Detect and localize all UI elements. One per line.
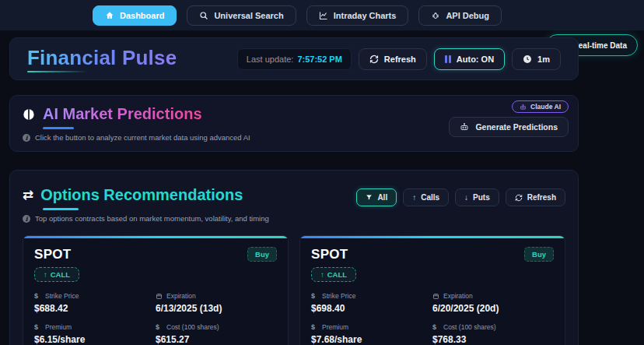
field-label: Premium bbox=[45, 323, 72, 331]
dollar-icon: $ bbox=[311, 324, 318, 331]
generate-predictions-label: Generate Predictions bbox=[475, 122, 558, 132]
refresh-button[interactable]: Refresh bbox=[359, 48, 427, 70]
info-icon: i bbox=[23, 215, 30, 223]
arrow-up-icon: ↑ bbox=[412, 194, 416, 202]
ai-subtitle-text: Click the button to analyze current mark… bbox=[35, 133, 250, 142]
ai-predictions-section: AI Market Predictions i Click the button… bbox=[9, 95, 579, 152]
nav-intraday-charts-button[interactable]: Intraday Charts bbox=[306, 5, 409, 26]
last-update-label: Last update: bbox=[247, 55, 294, 64]
field-strike-price: $Strike Price $698.40 bbox=[311, 292, 432, 314]
field-label: Expiration bbox=[166, 292, 196, 300]
title-underline bbox=[27, 71, 88, 72]
options-filters: All ↑ Calls ↓ Puts Refresh bbox=[356, 188, 565, 206]
swap-arrows-icon: ⇄ bbox=[23, 188, 33, 202]
card-symbol: SPOT bbox=[34, 247, 72, 262]
field-label: Premium bbox=[322, 323, 348, 331]
options-section-subtitle: i Top options contracts based on market … bbox=[23, 214, 269, 223]
field-value: $768.33 bbox=[432, 334, 554, 345]
generate-predictions-button[interactable]: Generate Predictions bbox=[449, 117, 569, 137]
options-section-title: Options Recommendations bbox=[40, 186, 243, 204]
nav-label: Dashboard bbox=[120, 11, 164, 20]
arrow-up-icon: ↑ bbox=[320, 270, 324, 279]
field-value: 6/13/2025 (13d) bbox=[156, 303, 277, 314]
chart-line-icon bbox=[319, 11, 328, 20]
robot-icon bbox=[520, 104, 527, 111]
ai-section-title: AI Market Predictions bbox=[43, 105, 202, 123]
calendar-icon bbox=[432, 293, 439, 300]
field-expiration: Expiration 6/13/2025 (13d) bbox=[156, 292, 277, 314]
last-update-time: 7:57:52 PM bbox=[297, 55, 341, 64]
dollar-icon: $ bbox=[34, 324, 41, 331]
options-subtitle-text: Top options contracts based on market mo… bbox=[35, 214, 269, 223]
page-title-block: Financial Pulse bbox=[27, 46, 177, 72]
pause-icon bbox=[445, 55, 451, 63]
nav-api-debug-button[interactable]: API Debug bbox=[418, 5, 502, 26]
interval-button[interactable]: 1m bbox=[512, 48, 561, 70]
field-expiration: Expiration 6/20/2025 (20d) bbox=[432, 292, 554, 314]
field-label: Cost (100 shares) bbox=[166, 323, 219, 331]
dollar-icon: $ bbox=[34, 293, 41, 300]
field-label: Expiration bbox=[443, 292, 473, 300]
nav-label: Intraday Charts bbox=[334, 11, 397, 20]
filter-icon bbox=[366, 194, 373, 201]
option-card: SPOT Buy ↑ CALL $Strike Price $698.40 Ex… bbox=[299, 235, 565, 345]
nav-universal-search-button[interactable]: Universal Search bbox=[187, 5, 296, 26]
nav-dashboard-button[interactable]: Dashboard bbox=[93, 5, 177, 26]
claude-badge-label: Claude AI bbox=[530, 103, 561, 111]
filter-refresh-button[interactable]: Refresh bbox=[506, 188, 565, 206]
field-strike-price: $Strike Price $688.42 bbox=[34, 292, 156, 314]
auto-refresh-toggle[interactable]: Auto: ON bbox=[434, 48, 505, 70]
filter-label: Calls bbox=[421, 193, 439, 202]
last-update-chip: Last update: 7:57:52 PM bbox=[237, 48, 352, 70]
buy-badge[interactable]: Buy bbox=[247, 247, 277, 262]
field-value: $698.40 bbox=[311, 303, 432, 314]
realtime-data-label: Real-time Data bbox=[573, 41, 627, 50]
contract-type-badge: ↑ CALL bbox=[311, 267, 356, 282]
ai-actions: Claude AI Generate Predictions bbox=[449, 100, 569, 137]
refresh-label: Refresh bbox=[384, 55, 416, 64]
options-cards: SPOT Buy ↑ CALL $Strike Price $688.42 Ex… bbox=[23, 235, 565, 345]
refresh-icon bbox=[515, 194, 523, 202]
contract-type-label: CALL bbox=[327, 270, 347, 279]
field-premium: $Premium $6.15/share bbox=[34, 323, 156, 345]
nav-label: API Debug bbox=[446, 11, 489, 20]
refresh-icon bbox=[369, 55, 379, 64]
filter-all-button[interactable]: All bbox=[356, 188, 397, 206]
header-controls: Last update: 7:57:52 PM Refresh Auto: ON… bbox=[237, 48, 561, 70]
nav-label: Universal Search bbox=[214, 11, 283, 20]
home-icon bbox=[105, 11, 114, 20]
field-label: Strike Price bbox=[322, 292, 355, 300]
dollar-icon: $ bbox=[432, 324, 439, 331]
filter-label: All bbox=[377, 193, 387, 202]
contract-type-badge: ↑ CALL bbox=[34, 267, 79, 282]
dollar-icon: $ bbox=[156, 324, 163, 331]
card-symbol: SPOT bbox=[311, 247, 348, 262]
filter-puts-button[interactable]: ↓ Puts bbox=[455, 188, 499, 206]
field-premium: $Premium $7.68/share bbox=[311, 323, 432, 345]
buy-badge[interactable]: Buy bbox=[524, 247, 554, 262]
field-cost: $Cost (100 shares) $615.27 bbox=[156, 323, 277, 345]
field-label: Cost (100 shares) bbox=[443, 323, 496, 331]
field-value: $7.68/share bbox=[311, 334, 432, 345]
options-title-block: ⇄ Options Recommendations i Top options … bbox=[23, 186, 269, 223]
info-icon: i bbox=[23, 134, 30, 142]
claude-ai-badge: Claude AI bbox=[512, 100, 569, 113]
brain-icon bbox=[23, 108, 35, 121]
options-title-underline bbox=[43, 208, 79, 210]
filter-label: Puts bbox=[473, 193, 490, 202]
options-recommendations-section: ⇄ Options Recommendations i Top options … bbox=[9, 170, 579, 345]
filter-label: Refresh bbox=[527, 193, 556, 202]
field-value: 6/20/2025 (20d) bbox=[432, 303, 554, 314]
filter-calls-button[interactable]: ↑ Calls bbox=[403, 188, 449, 206]
interval-label: 1m bbox=[537, 55, 550, 64]
page-header: Financial Pulse Last update: 7:57:52 PM … bbox=[9, 37, 579, 80]
dollar-icon: $ bbox=[311, 293, 318, 300]
search-icon bbox=[199, 11, 208, 20]
top-navbar: Dashboard Universal Search Intraday Char… bbox=[0, 0, 644, 31]
option-card: SPOT Buy ↑ CALL $Strike Price $688.42 Ex… bbox=[23, 235, 289, 345]
field-label: Strike Price bbox=[45, 292, 79, 300]
field-cost: $Cost (100 shares) $768.33 bbox=[432, 323, 554, 345]
calendar-icon bbox=[156, 293, 163, 300]
arrow-up-icon: ↑ bbox=[44, 270, 47, 279]
field-value: $688.42 bbox=[34, 303, 156, 314]
